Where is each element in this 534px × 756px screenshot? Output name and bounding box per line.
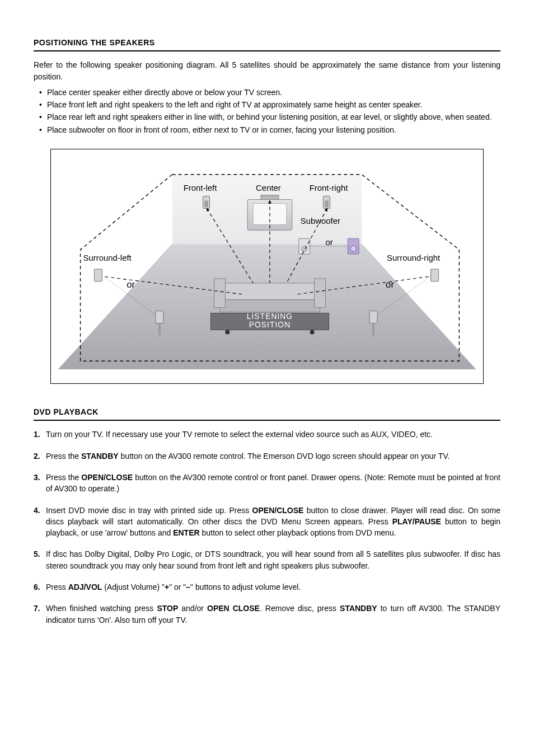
svg-point-15: [350, 246, 356, 251]
list-item: Turn on your TV. If necessary use your T…: [34, 429, 500, 440]
svg-rect-7: [261, 195, 279, 200]
label-listening-1: LISTENING: [247, 312, 293, 321]
speaker-bullets: Place center speaker either directly abo…: [34, 87, 500, 135]
speakers-intro: Refer to the following speaker positioni…: [34, 59, 500, 82]
list-item: Place subwoofer on floor in front of roo…: [34, 124, 500, 135]
svg-rect-11: [325, 201, 329, 208]
svg-rect-18: [219, 300, 320, 312]
list-item: If disc has Dolby Digital, Dolby Pro Log…: [34, 548, 500, 571]
svg-rect-26: [158, 323, 161, 336]
label-subwoofer: Subwoofer: [301, 216, 340, 226]
svg-rect-24: [94, 269, 102, 281]
svg-rect-30: [372, 323, 374, 336]
label-front-right: Front-right: [310, 183, 349, 192]
svg-point-22: [225, 330, 229, 335]
label-surround-l: Surround-left: [83, 253, 132, 262]
svg-rect-19: [214, 279, 225, 308]
label-listening-2: POSITION: [249, 321, 291, 330]
list-item: When finished watching press STOP and/or…: [34, 603, 500, 626]
section-heading-dvd: DVD PLAYBACK: [34, 406, 500, 421]
svg-rect-20: [315, 279, 326, 308]
list-item: Place rear left and right speakers eithe…: [34, 111, 500, 123]
list-item: Press the OPEN/CLOSE button on the AV300…: [34, 472, 500, 495]
svg-rect-25: [156, 311, 163, 323]
label-center: Center: [256, 183, 281, 192]
list-item: Place center speaker either directly abo…: [34, 87, 500, 98]
section-heading-speakers: POSITIONING THE SPEAKERS: [34, 37, 500, 51]
speaker-diagram: Front-left Center Front-right Subwoofer …: [50, 149, 484, 384]
label-or-right: or: [386, 279, 394, 290]
label-surround-r: Surround-right: [387, 253, 441, 262]
label-or-left: or: [127, 279, 135, 290]
list-item: Press ADJ/VOL (Adjust Volume) "+" or "–"…: [34, 581, 500, 593]
label-or-sub: or: [326, 237, 333, 247]
svg-rect-9: [204, 201, 208, 208]
svg-rect-29: [369, 311, 377, 323]
svg-point-23: [310, 330, 315, 335]
svg-rect-28: [431, 269, 439, 281]
dvd-steps: Turn on your TV. If necessary use your T…: [34, 429, 500, 626]
list-item: Place front left and right speakers to t…: [34, 99, 500, 110]
label-front-left: Front-left: [184, 183, 217, 192]
svg-rect-17: [219, 283, 320, 300]
list-item: Insert DVD movie disc in tray with print…: [34, 505, 500, 539]
list-item: Press the STANDBY button on the AV300 re…: [34, 450, 500, 462]
